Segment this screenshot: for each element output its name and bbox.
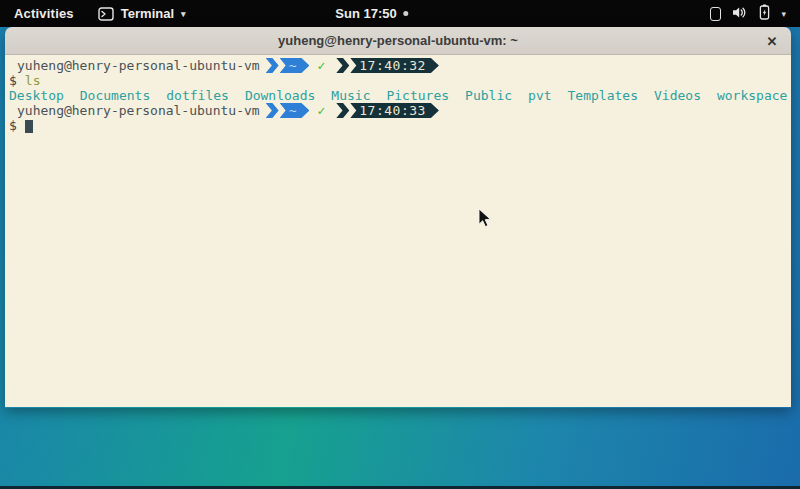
ls-entry: workspace <box>717 88 787 103</box>
powerline-chevron-icon <box>336 58 349 73</box>
display-icon <box>710 7 721 21</box>
mouse-cursor <box>478 208 493 233</box>
activities-label: Activities <box>14 6 74 21</box>
window-title: yuheng@henry-personal-ubuntu-vm: ~ <box>278 33 518 48</box>
prompt-line-2: yuheng@henry-personal-ubuntu-vm ~ ✓ 17:4… <box>9 103 791 118</box>
check-icon: ✓ <box>317 103 325 118</box>
volume-icon <box>732 6 748 22</box>
prompt-symbol: $ <box>9 118 17 133</box>
prompt-time-segment: 17:40:32 <box>350 58 439 73</box>
ls-entry: Downloads <box>245 88 315 103</box>
ls-entry: Templates <box>568 88 638 103</box>
ls-entry: dotfiles <box>166 88 229 103</box>
clock-label: Sun 17:50 <box>335 6 396 21</box>
powerline-chevron-icon <box>266 103 279 118</box>
ls-entry: Music <box>331 88 370 103</box>
chevron-down-icon: ▾ <box>181 9 186 19</box>
terminal-icon <box>98 7 114 21</box>
terminal-cursor <box>25 120 33 133</box>
terminal-content[interactable]: yuheng@henry-personal-ubuntu-vm ~ ✓ 17:4… <box>5 55 791 407</box>
ls-entry: Public <box>465 88 512 103</box>
app-menu-label: Terminal <box>121 6 174 21</box>
prompt-username: yuheng@henry-personal-ubuntu-vm <box>17 58 260 73</box>
command-line: $ ls <box>9 73 791 88</box>
ls-entry: Documents <box>80 88 150 103</box>
powerline-chevron-icon <box>336 103 349 118</box>
clock-button[interactable]: Sun 17:50 <box>335 6 408 21</box>
ls-entry: pvt <box>528 88 551 103</box>
prompt-line-1: yuheng@henry-personal-ubuntu-vm ~ ✓ 17:4… <box>9 58 791 73</box>
app-menu-terminal[interactable]: Terminal ▾ <box>88 0 196 27</box>
activities-button[interactable]: Activities <box>0 0 88 27</box>
current-prompt-line: $ <box>9 118 791 133</box>
typed-command: ls <box>25 73 41 88</box>
window-titlebar[interactable]: yuheng@henry-personal-ubuntu-vm: ~ ✕ <box>5 27 791 55</box>
prompt-time-segment: 17:40:33 <box>350 103 439 118</box>
notification-dot-icon <box>404 11 409 16</box>
ls-output-line: DesktopDocumentsdotfilesDownloadsMusicPi… <box>9 88 791 103</box>
prompt-symbol: $ <box>9 73 17 88</box>
system-tray-menu[interactable]: ▾ <box>704 0 792 27</box>
powerline-chevron-icon <box>266 58 279 73</box>
terminal-window: yuheng@henry-personal-ubuntu-vm: ~ ✕ yuh… <box>5 27 791 408</box>
top-bar: Activities Terminal ▾ Sun 17:50 <box>0 0 800 27</box>
prompt-username: yuheng@henry-personal-ubuntu-vm <box>17 103 260 118</box>
ls-entry: Pictures <box>386 88 449 103</box>
ls-entry: Videos <box>654 88 701 103</box>
prompt-path-segment: ~ <box>280 58 310 73</box>
chevron-down-icon: ▾ <box>781 9 786 19</box>
prompt-path-segment: ~ <box>280 103 310 118</box>
ls-entry: Desktop <box>9 88 64 103</box>
check-icon: ✓ <box>317 58 325 73</box>
battery-charging-icon <box>759 4 770 23</box>
close-button[interactable]: ✕ <box>761 30 783 52</box>
